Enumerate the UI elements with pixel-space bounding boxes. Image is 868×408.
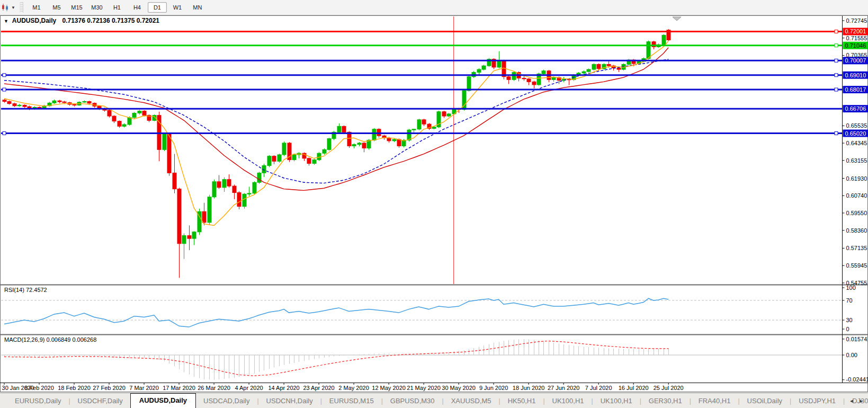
svg-text:9 Jun 2020: 9 Jun 2020: [479, 385, 508, 391]
svg-text:0.71046: 0.71046: [845, 42, 866, 49]
svg-text:0.71555: 0.71555: [846, 35, 867, 41]
svg-text:0.58360: 0.58360: [846, 227, 867, 234]
svg-text:17 Mar 2020: 17 Mar 2020: [163, 385, 195, 391]
svg-text:14 Apr 2020: 14 Apr 2020: [268, 385, 299, 391]
tab-usdchf-daily[interactable]: USDCHF,Daily: [70, 395, 130, 408]
svg-text:4 Apr 2020: 4 Apr 2020: [235, 385, 263, 391]
tab-hk50-h1[interactable]: HK50,H1: [500, 395, 543, 408]
svg-text:0.65020: 0.65020: [845, 130, 866, 137]
scroll-right-icon[interactable]: ▸: [860, 397, 863, 404]
macd-values: 0.006849 0.006268: [46, 336, 96, 343]
rsi-value: 72.4572: [26, 287, 47, 293]
svg-text:30: 30: [846, 317, 853, 323]
svg-text:0.00: 0.00: [846, 352, 857, 358]
svg-text:0.60740: 0.60740: [846, 192, 867, 199]
chart-dropdown-icon[interactable]: ▼: [4, 19, 8, 24]
svg-text:0.69010: 0.69010: [845, 72, 866, 78]
chart-tab-bar: EURUSD,Daily|USDCHF,DailyAUDUSD,DailyUSD…: [0, 393, 868, 408]
scroll-left-icon[interactable]: ◂: [850, 397, 853, 404]
svg-text:0.55945: 0.55945: [846, 262, 867, 269]
svg-text:8 Feb 2020: 8 Feb 2020: [24, 385, 54, 391]
chart-tabs: EURUSD,Daily|USDCHF,DailyAUDUSD,DailyUSD…: [7, 393, 868, 408]
svg-text:18 Feb 2020: 18 Feb 2020: [58, 385, 91, 391]
svg-text:0.63155: 0.63155: [846, 157, 867, 164]
svg-text:-0.024412: -0.024412: [846, 376, 868, 383]
tab-usdcnh-daily[interactable]: USDCNH,Daily: [259, 395, 320, 408]
svg-text:27 Feb 2020: 27 Feb 2020: [93, 385, 126, 391]
chart-title: ▼ AUDUSD,Daily 0.71376 0.72136 0.71375 0…: [4, 17, 159, 24]
svg-text:21 May 2020: 21 May 2020: [407, 385, 441, 391]
svg-text:0.57135: 0.57135: [846, 245, 867, 251]
svg-text:0.59550: 0.59550: [846, 210, 867, 216]
tab-xauusd-m5[interactable]: XAUUSD,M5: [444, 395, 499, 408]
chart-canvas[interactable]: 0.720010.710460.700070.690100.680170.667…: [0, 0, 868, 408]
tab-audusd-daily[interactable]: AUDUSD,Daily: [130, 393, 196, 408]
svg-text:18 Jun 2020: 18 Jun 2020: [513, 385, 545, 391]
svg-text:26 Mar 2020: 26 Mar 2020: [198, 385, 230, 391]
svg-text:23 Apr 2020: 23 Apr 2020: [303, 385, 334, 391]
rsi-name: RSI(14): [4, 287, 24, 293]
tab-scroll-arrows: ◂ ▸: [845, 397, 863, 404]
tab-usdjpy-h1[interactable]: USDJPY,H1: [791, 395, 843, 408]
tab-uk100-h1[interactable]: UK100,H1: [545, 395, 592, 408]
macd-indicator-label: MACD(12,26,9) 0.006849 0.006268: [4, 336, 96, 343]
svg-text:7 Mar 2020: 7 Mar 2020: [129, 385, 159, 391]
rsi-indicator-label: RSI(14) 72.4572: [4, 287, 47, 293]
tab-eurusd-daily[interactable]: EURUSD,Daily: [7, 395, 68, 408]
tab-ger30-h1[interactable]: GER30,H1: [641, 395, 690, 408]
svg-text:2 May 2020: 2 May 2020: [338, 385, 369, 391]
svg-text:0.64345: 0.64345: [846, 140, 867, 146]
svg-text:27 Jun 2020: 27 Jun 2020: [548, 385, 580, 391]
tab-eurusd-m15[interactable]: EURUSD,M15: [322, 395, 381, 408]
svg-text:70: 70: [846, 297, 853, 304]
svg-text:25 Jul 2020: 25 Jul 2020: [654, 385, 684, 391]
tab-usdcad-daily[interactable]: USDCAD,Daily: [196, 395, 257, 408]
svg-text:0.65535: 0.65535: [846, 122, 867, 129]
svg-text:0.015741: 0.015741: [846, 336, 868, 342]
svg-text:12 May 2020: 12 May 2020: [372, 385, 406, 391]
chart-ohlc-quote: 0.71376 0.72136 0.71375 0.72021: [62, 17, 160, 24]
svg-text:0.66706: 0.66706: [845, 105, 866, 112]
svg-text:0.61930: 0.61930: [846, 175, 867, 182]
macd-name: MACD(12,26,9): [4, 336, 44, 343]
tab-usoil-daily[interactable]: USOil,Daily: [740, 395, 790, 408]
tab-gbpusd-m30[interactable]: GBPUSD,M30: [383, 395, 442, 408]
mt4-window: { "toolbar": { "timeframes": [ {"label":…: [0, 0, 868, 408]
svg-text:0.68017: 0.68017: [845, 86, 866, 93]
svg-text:30 May 2020: 30 May 2020: [442, 385, 476, 391]
svg-text:0.72001: 0.72001: [845, 28, 866, 34]
chart-symbol-period: AUDUSD,Daily: [12, 17, 56, 24]
tab-uk100-h1[interactable]: UK100,H1: [593, 395, 640, 408]
svg-text:0: 0: [846, 326, 849, 332]
svg-text:0.70365: 0.70365: [846, 52, 867, 58]
svg-text:16 Jul 2020: 16 Jul 2020: [619, 385, 649, 391]
svg-text:7 Jul 2020: 7 Jul 2020: [585, 385, 612, 391]
svg-text:0.72745: 0.72745: [846, 17, 867, 24]
svg-text:100: 100: [846, 285, 856, 291]
tab-fra40-h1[interactable]: FRA40,H1: [691, 395, 738, 408]
